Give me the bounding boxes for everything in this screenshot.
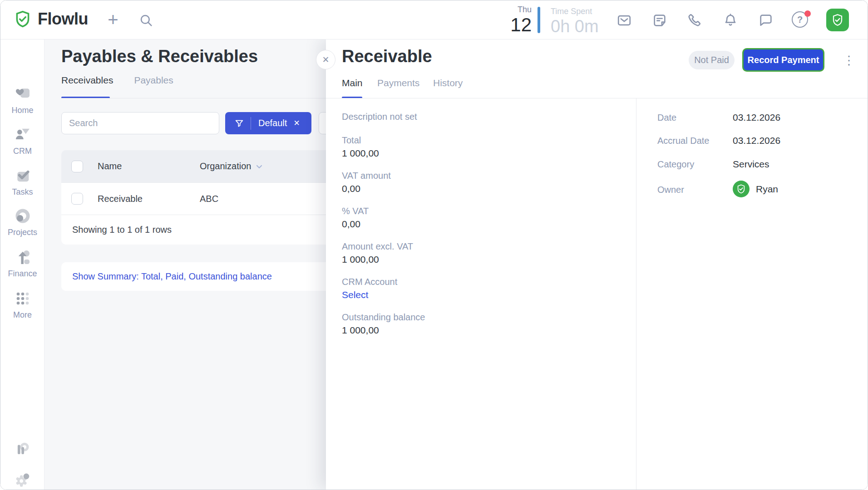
filter-button-divider xyxy=(251,117,251,130)
table-header-row: Name Organization xyxy=(61,150,361,182)
brand-logo[interactable]: Flowlu xyxy=(13,9,88,29)
search-icon[interactable] xyxy=(138,13,154,28)
search-input[interactable] xyxy=(61,112,219,134)
cell-name[interactable]: Receivable xyxy=(98,194,143,204)
sidebar-item-tasks[interactable]: Tasks xyxy=(0,167,44,197)
sidebar-product-icon[interactable] xyxy=(0,441,44,460)
profile-avatar[interactable] xyxy=(826,9,849,31)
tab-main[interactable]: Main xyxy=(342,78,363,88)
time-spent-value: 0h 0m xyxy=(551,17,599,35)
tab-payables[interactable]: Payables xyxy=(134,75,173,86)
field-label: Total xyxy=(342,135,379,146)
list-tabs: Receivables Payables xyxy=(61,75,173,86)
sidebar-item-finance[interactable]: Finance xyxy=(0,248,44,279)
more-grid-icon xyxy=(14,289,32,308)
calendar-day-widget[interactable]: Thu 12 xyxy=(499,0,532,39)
tab-history[interactable]: History xyxy=(433,78,463,88)
field-label: CRM Account xyxy=(342,276,397,287)
sidebar-item-crm[interactable]: CRM xyxy=(0,126,44,156)
meta-label-date: Date xyxy=(657,112,676,123)
field-vat-percent: % VAT 0,00 xyxy=(342,206,369,230)
settings-gear-icon xyxy=(14,471,31,488)
time-spent-label: Time Spent xyxy=(551,7,599,16)
select-all-checkbox[interactable] xyxy=(71,161,83,172)
show-summary-link[interactable]: Show Summary: Total, Paid, Outstanding b… xyxy=(72,271,272,282)
owner-name: Ryan xyxy=(756,184,778,195)
field-vat-amount: VAT amount 0,00 xyxy=(342,170,391,195)
meta-value-category[interactable]: Services xyxy=(733,158,769,170)
detail-title: Receivable xyxy=(342,47,432,66)
home-icon xyxy=(14,85,32,103)
product-icon xyxy=(14,441,31,458)
help-notification-dot xyxy=(804,10,811,17)
row-checkbox[interactable] xyxy=(71,193,83,205)
bell-icon[interactable] xyxy=(723,13,738,28)
summary-card: Show Summary: Total, Paid, Outstanding b… xyxy=(61,262,361,291)
flowlu-shield-icon xyxy=(13,9,32,29)
notes-icon[interactable] xyxy=(652,13,667,28)
meta-label-accrual-date: Accrual Date xyxy=(657,135,710,147)
tasks-icon xyxy=(14,167,32,185)
mail-icon[interactable] xyxy=(616,13,632,28)
filter-clear-icon[interactable]: ✕ xyxy=(293,119,300,127)
receivables-table: Name Organization Receivable ABC Showing… xyxy=(61,150,361,245)
record-payment-button[interactable]: Record Payment xyxy=(742,48,824,72)
field-label: Outstanding balance xyxy=(342,312,425,323)
close-panel-button[interactable]: ✕ xyxy=(316,50,335,69)
receivable-detail-panel: ✕ Receivable Not Paid Record Payment ⋮ M… xyxy=(326,39,868,490)
field-value: 1 000,00 xyxy=(342,324,425,336)
close-icon: ✕ xyxy=(322,54,330,65)
field-total: Total 1 000,00 xyxy=(342,135,379,159)
time-spent-widget[interactable]: Time Spent 0h 0m xyxy=(551,0,599,35)
sidebar-item-home[interactable]: Home xyxy=(0,85,44,115)
kebab-menu-icon[interactable]: ⋮ xyxy=(841,52,857,69)
column-header-organization[interactable]: Organization xyxy=(200,161,264,172)
owner-value[interactable]: Ryan xyxy=(733,181,778,197)
field-value: 1 000,00 xyxy=(342,254,413,265)
sidebar-label: More xyxy=(0,310,44,320)
field-value: 1 000,00 xyxy=(342,147,379,159)
field-amount-excl-vat: Amount excl. VAT 1 000,00 xyxy=(342,241,413,265)
crm-account-select-link[interactable]: Select xyxy=(342,289,397,301)
app-sidebar: Home CRM Tasks Projects xyxy=(0,39,44,490)
sidebar-item-more[interactable]: More xyxy=(0,289,44,320)
chat-icon[interactable] xyxy=(758,13,774,28)
meta-value-date[interactable]: 03.12.2026 xyxy=(733,112,780,123)
status-badge: Not Paid xyxy=(689,51,735,69)
owner-avatar xyxy=(733,181,750,197)
sidebar-settings-icon[interactable] xyxy=(0,471,44,490)
sort-chevron-down-icon[interactable] xyxy=(255,162,264,171)
column-header-name[interactable]: Name xyxy=(98,161,122,172)
field-label: Amount excl. VAT xyxy=(342,241,413,252)
field-label: VAT amount xyxy=(342,170,391,181)
tab-payments[interactable]: Payments xyxy=(377,78,419,88)
finance-icon xyxy=(14,248,32,266)
crm-icon xyxy=(14,126,32,144)
meta-label-category: Category xyxy=(657,158,694,170)
funnel-icon xyxy=(234,118,244,128)
tab-receivables[interactable]: Receivables xyxy=(61,75,113,86)
sidebar-label: Projects xyxy=(0,228,44,237)
phone-icon[interactable] xyxy=(687,13,703,28)
field-value: 0,00 xyxy=(342,218,369,230)
create-plus-icon[interactable]: + xyxy=(103,8,123,31)
description-placeholder[interactable]: Description not set xyxy=(342,112,417,122)
cell-organization[interactable]: ABC xyxy=(200,194,218,204)
table-row[interactable]: Receivable ABC xyxy=(61,182,361,215)
filter-name: Default xyxy=(258,118,287,128)
brand-name: Flowlu xyxy=(38,10,88,29)
meta-value-accrual-date[interactable]: 03.12.2026 xyxy=(733,135,780,147)
sidebar-label: Tasks xyxy=(0,187,44,197)
field-value: 0,00 xyxy=(342,183,391,195)
top-bar: Flowlu + Thu 12 Time Spent 0h 0m xyxy=(0,0,868,39)
sidebar-label: CRM xyxy=(0,147,44,156)
day-number: 12 xyxy=(499,15,532,34)
sidebar-label: Finance xyxy=(0,269,44,279)
column-header-organization-label: Organization xyxy=(200,161,251,172)
sidebar-label: Home xyxy=(0,106,44,115)
sidebar-item-projects[interactable]: Projects xyxy=(0,207,44,237)
filter-default-button[interactable]: Default ✕ xyxy=(225,112,311,134)
help-icon[interactable]: ? xyxy=(792,11,810,29)
projects-icon xyxy=(14,207,32,225)
page-title: Payables & Receivables xyxy=(61,47,258,66)
